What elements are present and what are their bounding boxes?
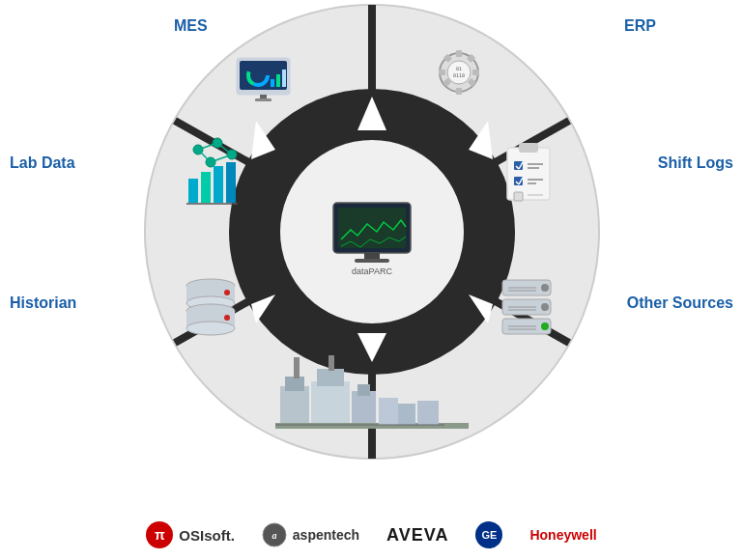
svg-rect-55 (519, 143, 538, 153)
svg-rect-20 (280, 386, 309, 425)
svg-rect-21 (285, 377, 304, 391)
svg-rect-31 (417, 401, 439, 425)
aveva-name: AVEVA (386, 525, 448, 546)
svg-rect-66 (514, 192, 523, 201)
osisoft-icon: π (146, 521, 173, 548)
osisoft-logo: π OSIsoft. (146, 521, 235, 548)
svg-rect-96 (188, 179, 198, 203)
svg-rect-38 (276, 74, 280, 87)
svg-point-86 (224, 290, 230, 295)
svg-text:0110: 0110 (452, 72, 464, 78)
svg-point-73 (541, 303, 549, 311)
othersources-label: Other Sources (627, 294, 733, 312)
svg-rect-97 (201, 172, 211, 203)
partners-bar: π OSIsoft. a aspentech AVEVA GE Honeywel… (34, 521, 710, 548)
svg-rect-98 (214, 166, 223, 203)
aspentech-icon: a (262, 522, 287, 547)
svg-rect-29 (379, 398, 398, 425)
svg-rect-24 (352, 391, 376, 425)
svg-point-87 (224, 315, 230, 321)
svg-rect-27 (329, 355, 334, 371)
svg-point-69 (541, 284, 549, 292)
svg-rect-99 (226, 162, 236, 203)
svg-text:01: 01 (455, 66, 461, 71)
historian-label: Historian (10, 294, 76, 312)
svg-rect-23 (317, 369, 344, 386)
svg-rect-30 (398, 404, 415, 425)
svg-rect-46 (439, 70, 445, 75)
svg-rect-47 (472, 70, 479, 75)
svg-rect-41 (255, 98, 271, 101)
svg-rect-26 (294, 357, 300, 378)
svg-point-85 (186, 322, 235, 335)
ge-icon: GE (475, 521, 502, 548)
svg-rect-18 (355, 259, 389, 263)
erp-label: ERP (624, 17, 656, 35)
svg-text:dataPARC: dataPARC (352, 266, 392, 276)
svg-rect-45 (456, 88, 462, 95)
svg-text:a: a (271, 530, 276, 541)
labdata-label: Lab Data (10, 154, 75, 172)
aveva-logo: AVEVA (386, 525, 448, 546)
diagram-svg: dataPARC (130, 0, 614, 473)
shiftlogs-label: Shift Logs (658, 154, 733, 172)
ge-logo: GE (475, 521, 502, 548)
aspentech-logo: a aspentech (262, 522, 359, 547)
svg-rect-37 (271, 79, 274, 87)
svg-rect-54 (507, 148, 550, 200)
honeywell-logo: Honeywell (529, 527, 596, 543)
svg-rect-28 (275, 423, 469, 429)
svg-rect-44 (456, 50, 462, 57)
svg-point-77 (541, 322, 549, 330)
svg-rect-22 (311, 381, 350, 425)
main-container: MES ERP Shift Logs Other Sources Histori… (0, 0, 743, 560)
svg-rect-25 (357, 384, 370, 396)
osisoft-name: OSIsoft. (179, 527, 235, 544)
aspentech-name: aspentech (293, 527, 359, 543)
svg-rect-39 (282, 70, 286, 87)
honeywell-name: Honeywell (529, 527, 596, 543)
